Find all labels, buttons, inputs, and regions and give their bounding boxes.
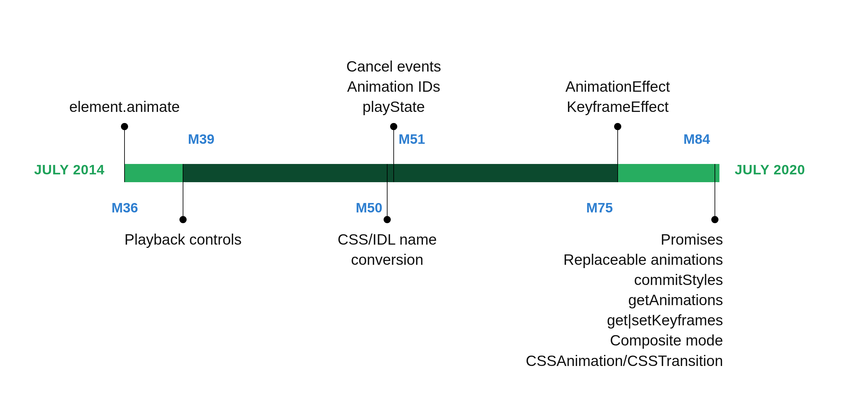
timeline-bar-inner <box>183 164 618 182</box>
milestone-label-m36: M36 <box>112 200 138 216</box>
milestone-tick-m36 <box>124 126 125 182</box>
milestone-label-m51: M51 <box>399 132 425 147</box>
start-date-label: JULY 2014 <box>34 162 105 178</box>
milestone-feature-line: Cancel events <box>346 56 441 77</box>
milestone-dot-m50 <box>383 216 391 223</box>
milestone-feature-line: Replaceable animations <box>526 250 723 270</box>
milestone-dot-m84 <box>711 216 718 223</box>
milestone-dot-m75 <box>614 123 621 130</box>
milestone-features-m75: AnimationEffectKeyframeEffect <box>565 77 670 117</box>
milestone-feature-line: KeyframeEffect <box>565 97 670 117</box>
milestone-feature-line: playState <box>346 97 441 117</box>
milestone-dot-m39 <box>180 216 187 223</box>
milestone-dot-m36 <box>121 123 128 130</box>
milestone-feature-line: element.animate <box>69 97 180 117</box>
milestone-label-m50: M50 <box>355 200 382 216</box>
milestone-feature-line: get|setKeyframes <box>526 310 723 330</box>
milestone-tick-m84 <box>715 164 715 220</box>
milestone-feature-line: AnimationEffect <box>565 77 670 97</box>
milestone-tick-m39 <box>183 164 183 220</box>
milestone-feature-line: Composite mode <box>526 330 723 350</box>
milestone-feature-line: commitStyles <box>526 270 723 290</box>
milestone-label-m75: M75 <box>586 200 613 216</box>
milestone-features-m36: element.animate <box>69 97 180 117</box>
milestone-feature-line: CSS/IDL name <box>337 229 437 250</box>
milestone-features-m51: Cancel eventsAnimation IDsplayState <box>346 56 441 117</box>
end-date-label: JULY 2020 <box>735 162 805 178</box>
timeline-diagram: JULY 2014 JULY 2020 M36element.animateM3… <box>0 0 868 406</box>
milestone-tick-m50 <box>387 164 388 220</box>
milestone-tick-m75 <box>617 126 618 182</box>
milestone-feature-line: conversion <box>337 250 437 270</box>
milestone-features-m39: Playback controls <box>125 229 242 250</box>
milestone-feature-line: Playback controls <box>125 229 242 250</box>
milestone-feature-line: Promises <box>526 229 723 250</box>
milestone-feature-line: getAnimations <box>526 290 723 310</box>
milestone-features-m50: CSS/IDL nameconversion <box>337 229 437 270</box>
milestone-dot-m51 <box>390 123 397 130</box>
milestone-features-m84: PromisesReplaceable animationscommitStyl… <box>526 229 723 371</box>
milestone-feature-line: Animation IDs <box>346 77 441 97</box>
milestone-tick-m51 <box>393 126 394 182</box>
milestone-feature-line: CSSAnimation/CSSTransition <box>526 351 723 371</box>
milestone-label-m84: M84 <box>683 132 710 147</box>
milestone-label-m39: M39 <box>188 132 215 147</box>
